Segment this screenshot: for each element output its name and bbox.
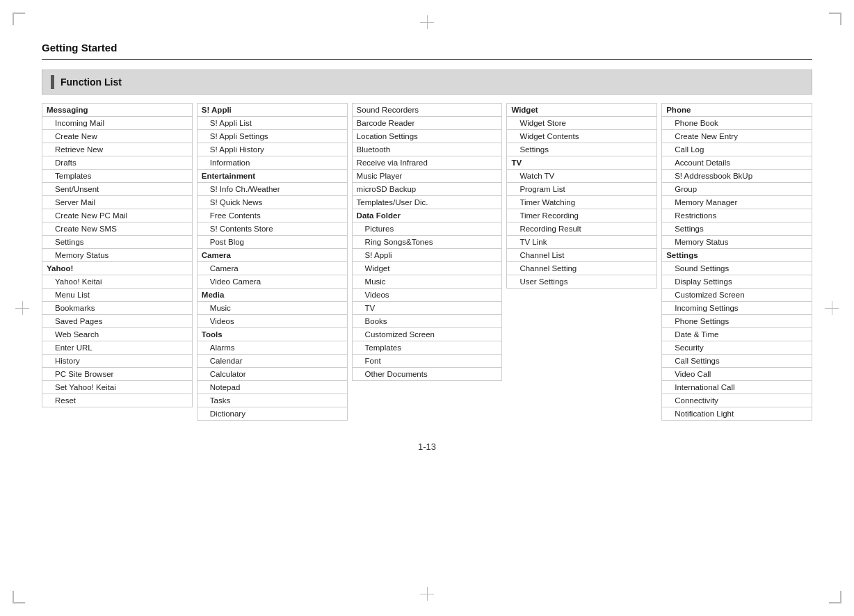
list-item: Notification Light <box>662 407 812 421</box>
list-item: Memory Status <box>662 236 812 249</box>
list-item-label: Widget Store <box>507 117 657 130</box>
list-item: Barcode Reader <box>352 117 502 130</box>
menu-table-col5: PhonePhone BookCreate New EntryCall LogA… <box>661 103 812 421</box>
list-item-label: Camera <box>197 249 347 262</box>
list-item-label: Display Settings <box>662 275 812 289</box>
list-item-label: Widget <box>507 104 657 117</box>
list-item-label: Create New SMS <box>42 222 193 236</box>
list-item-label: Widget Contents <box>507 130 657 143</box>
list-item: S! Appli Settings <box>197 130 347 143</box>
list-item: Settings <box>42 236 193 249</box>
list-item-label: Phone <box>662 104 812 117</box>
list-item: Date & Time <box>662 328 812 341</box>
crosshair-top <box>420 15 434 29</box>
list-item: Bluetooth <box>352 143 502 156</box>
list-item-label: TV <box>507 156 657 170</box>
crosshair-right <box>825 301 839 315</box>
list-item: PC Site Browser <box>42 368 193 381</box>
list-item-label: Music <box>352 275 502 289</box>
list-item-label: Information <box>197 156 347 170</box>
list-item: Incoming Settings <box>662 302 812 315</box>
list-item: Program List <box>507 183 657 196</box>
function-list-label: Function List <box>61 76 122 88</box>
function-list-header: Function List <box>42 70 812 95</box>
list-item-label: Receive via Infrared <box>352 156 502 170</box>
list-item: Yahoo! <box>42 262 193 275</box>
list-item: Bookmarks <box>42 302 193 315</box>
list-item-label: Sound Settings <box>662 262 812 275</box>
corner-mark-tl <box>13 13 25 25</box>
list-item-label: Saved Pages <box>42 315 193 328</box>
list-item: Post Blog <box>197 236 347 249</box>
corner-mark-tr <box>829 13 841 25</box>
menu-table-col2: S! AppliS! Appli ListS! Appli SettingsS!… <box>197 103 348 421</box>
list-item-label: Dictionary <box>197 407 347 421</box>
list-item-label: Call Log <box>662 143 812 156</box>
list-item: TV <box>507 156 657 170</box>
list-item-label: Channel List <box>507 249 657 262</box>
list-item-label: Account Details <box>662 156 812 170</box>
list-item-label: Settings <box>662 249 812 262</box>
list-item-label: Bookmarks <box>42 302 193 315</box>
list-item: Free Contents <box>197 209 347 222</box>
column-col3: Sound RecordersBarcode ReaderLocation Se… <box>352 103 503 381</box>
list-item: Web Search <box>42 328 193 341</box>
list-item: Sent/Unsent <box>42 183 193 196</box>
list-item: microSD Backup <box>352 183 502 196</box>
list-item: Phone <box>662 104 812 117</box>
list-item: Retrieve New <box>42 143 193 156</box>
list-item-label: History <box>42 355 193 368</box>
list-item: Security <box>662 341 812 355</box>
list-item-label: Timer Watching <box>507 196 657 209</box>
list-item-label: Group <box>662 183 812 196</box>
column-col4: WidgetWidget StoreWidget ContentsSetting… <box>506 103 657 289</box>
list-item: Calendar <box>197 355 347 368</box>
list-item: Settings <box>507 143 657 156</box>
list-item: Alarms <box>197 341 347 355</box>
list-item: Call Settings <box>662 355 812 368</box>
list-item: Location Settings <box>352 130 502 143</box>
list-item-label: Menu List <box>42 289 193 302</box>
list-item-label: Sound Recorders <box>352 104 502 117</box>
list-item-label: microSD Backup <box>352 183 502 196</box>
crosshair-left <box>15 301 29 315</box>
list-item-label: Templates <box>352 341 502 355</box>
list-item: Restrictions <box>662 209 812 222</box>
list-item-label: PC Site Browser <box>42 368 193 381</box>
list-item-label: Calendar <box>197 355 347 368</box>
list-item-label: Videos <box>197 315 347 328</box>
list-item: Reset <box>42 394 193 407</box>
list-item-label: S! Appli <box>197 104 347 117</box>
list-item-label: Phone Settings <box>662 315 812 328</box>
list-item-label: Media <box>197 289 347 302</box>
list-item-label: Watch TV <box>507 170 657 183</box>
list-item-label: S! Info Ch./Weather <box>197 183 347 196</box>
list-item-label: Channel Setting <box>507 262 657 275</box>
list-item: Memory Status <box>42 249 193 262</box>
list-item-label: Bluetooth <box>352 143 502 156</box>
list-item: Other Documents <box>352 368 502 381</box>
list-item-label: Restrictions <box>662 209 812 222</box>
list-item-label: Messaging <box>42 104 193 117</box>
list-item-label: Post Blog <box>197 236 347 249</box>
crosshair-bottom <box>420 587 434 601</box>
list-item-label: Settings <box>42 236 193 249</box>
list-item-label: Templates/User Dic. <box>352 196 502 209</box>
list-item: Sound Recorders <box>352 104 502 117</box>
list-item: Font <box>352 355 502 368</box>
list-item: Videos <box>197 315 347 328</box>
list-item: Create New <box>42 130 193 143</box>
list-item: Recording Result <box>507 222 657 236</box>
list-item-label: Alarms <box>197 341 347 355</box>
list-item: S! Contents Store <box>197 222 347 236</box>
list-item-label: S! Contents Store <box>197 222 347 236</box>
page-number: 1-13 <box>42 441 812 452</box>
columns-container: MessagingIncoming MailCreate NewRetrieve… <box>42 103 812 421</box>
list-item: Music Player <box>352 170 502 183</box>
list-item: Templates <box>352 341 502 355</box>
list-item: Settings <box>662 249 812 262</box>
list-item: Account Details <box>662 156 812 170</box>
list-item-label: Music Player <box>352 170 502 183</box>
list-item-label: TV Link <box>507 236 657 249</box>
list-item-label: Video Call <box>662 368 812 381</box>
